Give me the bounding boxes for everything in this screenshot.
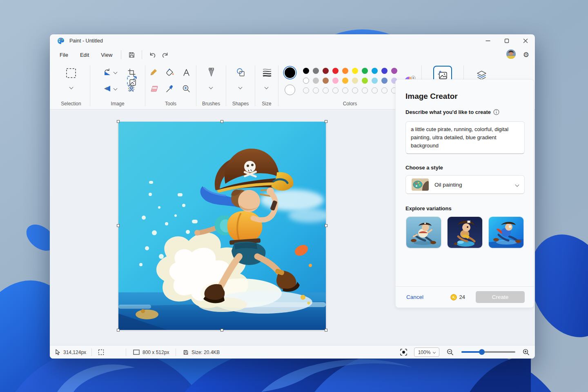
prompt-input[interactable]: a little cute pirate, running, colorful,… [405,121,525,154]
color-swatch[interactable] [342,68,348,74]
zoom-level-dropdown[interactable]: 100% [414,347,439,357]
brushes-dropdown-chevron[interactable] [209,85,213,89]
foreground-color-swatch[interactable] [285,67,295,78]
selection-tool[interactable] [65,67,77,79]
menu-file[interactable]: File [55,50,73,60]
close-button[interactable] [516,34,535,47]
color-swatch[interactable] [352,87,358,94]
color-swatch[interactable] [342,78,348,84]
color-swatch[interactable] [303,87,309,94]
paint-window: Paint - Untitled File Edit View [50,34,535,359]
minimize-button[interactable] [479,34,497,47]
selection-handle[interactable] [117,329,120,332]
selection-handle[interactable] [117,120,120,123]
color-swatch[interactable] [391,68,397,74]
color-swatch[interactable] [352,68,358,74]
selection-dropdown-chevron[interactable] [69,85,74,89]
color-swatch[interactable] [323,87,329,94]
file-size-icon [183,350,189,355]
group-tools: Tools [145,62,196,109]
pencil-tool[interactable] [149,67,158,77]
group-shapes: Shapes [226,62,255,109]
shapes-dropdown-chevron[interactable] [238,85,243,89]
color-swatch[interactable] [381,87,388,94]
flip-dropdown-chevron[interactable] [114,87,118,91]
info-icon[interactable] [493,109,499,115]
color-swatch[interactable] [332,87,339,94]
style-dropdown[interactable]: Oil painting [405,175,525,194]
statusbar: 314,124px 800 x 512px Size: 20.4KB [50,345,535,359]
group-label: Image [90,101,145,107]
describe-label: Describe what you'd like to create [405,109,499,115]
create-button[interactable]: Create [476,291,525,303]
settings-gear-icon[interactable]: ⚙ [523,51,529,58]
zoom-out-button[interactable] [447,345,454,359]
color-swatch[interactable] [313,78,319,84]
zoom-slider-thumb[interactable] [479,349,485,355]
color-swatch[interactable] [362,68,368,74]
zoom-slider[interactable] [461,351,515,353]
color-swatch[interactable] [381,78,388,84]
flip-tool[interactable] [103,84,112,93]
fit-to-screen-button[interactable] [400,345,407,359]
selection-handle[interactable] [325,224,327,227]
color-swatch[interactable] [303,68,309,74]
color-swatch[interactable] [332,78,339,84]
color-swatch[interactable] [372,87,378,94]
background-color-swatch[interactable] [285,85,295,95]
eraser-tool[interactable] [149,84,158,94]
zoom-dropdown-chevron [433,351,436,354]
file-size-indicator: Size: 20.4KB [183,345,220,359]
shapes-tool[interactable] [236,67,245,77]
maximize-button[interactable] [497,34,516,47]
selection-handle[interactable] [220,120,223,123]
color-swatch[interactable] [372,78,378,84]
magnifier-tool[interactable] [181,84,191,94]
selection-handle[interactable] [325,329,327,332]
size-tool[interactable] [262,67,272,77]
color-swatch[interactable] [362,87,368,94]
color-swatch[interactable] [303,78,309,84]
menu-view[interactable]: View [96,50,117,60]
selection-handle[interactable] [325,120,327,123]
cancel-button[interactable]: Cancel [406,294,423,300]
cursor-position-text: 314,124px [63,350,86,355]
text-tool[interactable] [181,67,191,77]
pirate-artwork [118,122,326,330]
variation-thumbnail-1[interactable] [406,217,441,248]
divider [142,50,142,59]
color-swatch[interactable] [352,78,358,84]
selection-handle[interactable] [117,224,120,227]
color-picker-tool[interactable] [165,84,175,94]
color-swatch[interactable] [381,68,388,74]
account-avatar[interactable] [506,49,516,60]
undo-button[interactable] [146,49,159,60]
rotate-dropdown-chevron[interactable] [114,70,118,74]
color-swatch[interactable] [323,68,329,74]
resize-image-tool[interactable] [126,75,138,87]
color-palette-row1 [303,68,397,74]
fill-tool[interactable] [165,67,175,77]
style-label: Choose a style [405,165,443,171]
zoom-in-button[interactable] [523,345,530,359]
brushes-tool[interactable] [206,67,216,77]
rotate-tool[interactable] [103,68,112,77]
divider [91,348,92,356]
save-button[interactable] [125,49,138,60]
color-swatch[interactable] [342,87,348,94]
variation-thumbnail-2[interactable] [448,217,482,248]
color-swatch[interactable] [323,78,329,84]
group-size: Size [255,62,278,109]
selection-handle[interactable] [220,329,223,332]
variation-thumbnail-3[interactable] [489,217,523,248]
color-swatch[interactable] [372,68,378,74]
color-swatch[interactable] [332,68,339,74]
redo-button[interactable] [159,49,172,60]
color-swatch[interactable] [362,78,368,84]
menu-edit[interactable]: Edit [75,50,94,60]
color-swatch[interactable] [313,68,319,74]
canvas-image-pirate[interactable] [118,122,326,330]
color-swatch[interactable] [313,87,319,94]
size-dropdown-chevron[interactable] [265,85,269,89]
selection-size-icon [98,349,104,355]
